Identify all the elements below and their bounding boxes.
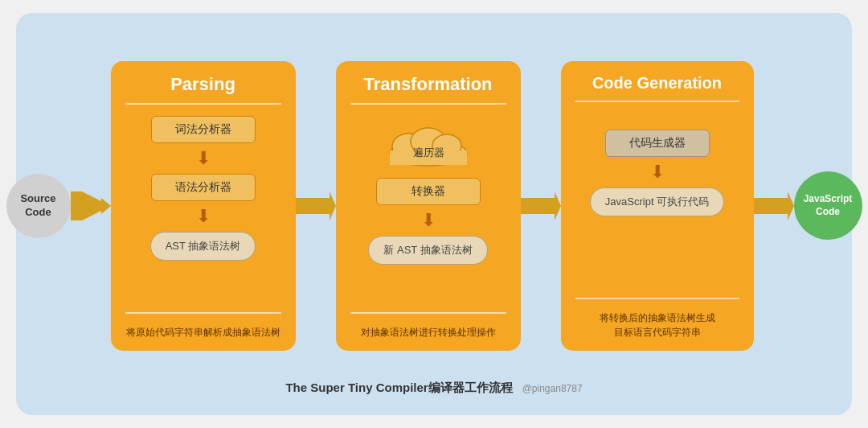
arrow-source-to-parsing bbox=[71, 191, 111, 220]
svg-marker-8 bbox=[521, 191, 561, 220]
transformation-panel: Transformation 遍历器 转换器 ⬇ 新 AST 抽象语法树 bbox=[336, 61, 521, 351]
outer-container: Source Code Parsing 词法分析器 ⬇ 语法分析器 bbox=[16, 13, 852, 415]
arrow-svg-2 bbox=[296, 191, 336, 220]
transformation-footer-divider bbox=[350, 312, 506, 314]
svg-marker-1 bbox=[296, 191, 336, 220]
diagram-row: Source Code Parsing 词法分析器 ⬇ 语法分析器 bbox=[40, 37, 828, 374]
footer-row: The Super Tiny Compiler编译器工作流程 @pingan87… bbox=[285, 381, 582, 399]
code-generator-box: 代码生成器 bbox=[605, 130, 710, 157]
arrow-parsing-to-transform bbox=[296, 191, 336, 220]
code-gen-footer: 将转换后的抽象语法树生成 目标语言代码字符串 bbox=[600, 311, 715, 340]
ast-box-1: AST 抽象语法树 bbox=[150, 232, 256, 261]
js-executable-box: JavaScript 可执行代码 bbox=[590, 187, 724, 216]
transformation-divider bbox=[350, 103, 506, 105]
footer-title: The Super Tiny Compiler编译器工作流程 bbox=[285, 381, 512, 396]
transformer-box: 转换器 bbox=[376, 178, 481, 205]
arrow-svg-3 bbox=[521, 191, 561, 220]
code-gen-content: 代码生成器 ⬇ JavaScript 可执行代码 bbox=[575, 113, 739, 290]
transformation-footer: 对抽象语法树进行转换处理操作 bbox=[361, 325, 496, 340]
down-arrow-4: ⬇ bbox=[650, 163, 665, 181]
lexical-analyzer-box: 词法分析器 bbox=[151, 116, 256, 143]
parsing-footer: 将原始代码字符串解析成抽象语法树 bbox=[126, 325, 280, 340]
source-code-node: Source Code bbox=[6, 174, 71, 238]
syntax-analyzer-box: 语法分析器 bbox=[151, 174, 256, 201]
arrow-svg bbox=[71, 191, 111, 220]
down-arrow-3: ⬇ bbox=[421, 212, 436, 229]
cloud-svg: 遍历器 bbox=[384, 122, 473, 167]
down-arrow-2: ⬇ bbox=[196, 208, 211, 225]
parsing-panel: Parsing 词法分析器 ⬇ 语法分析器 ⬇ AST 抽象语法树 将原始代码字… bbox=[111, 61, 296, 351]
svg-text:遍历器: 遍历器 bbox=[412, 146, 444, 158]
arrow-svg-4 bbox=[754, 191, 794, 220]
footer-sub: @pingan8787 bbox=[522, 383, 583, 394]
transformation-title: Transformation bbox=[363, 74, 492, 95]
new-ast-box: 新 AST 抽象语法树 bbox=[368, 236, 487, 265]
transformation-content: 遍历器 转换器 ⬇ 新 AST 抽象语法树 bbox=[350, 116, 506, 304]
arrow-transform-to-codegen bbox=[521, 191, 561, 220]
arrow-codegen-to-js bbox=[754, 191, 794, 220]
svg-marker-0 bbox=[101, 198, 111, 214]
code-generation-panel: Code Generation 代码生成器 ⬇ JavaScript 可执行代码… bbox=[561, 61, 754, 351]
source-code-label: Source Code bbox=[20, 192, 55, 220]
code-generation-title: Code Generation bbox=[592, 74, 722, 93]
svg-marker-9 bbox=[754, 191, 794, 220]
parsing-divider bbox=[125, 103, 281, 105]
parsing-title: Parsing bbox=[170, 74, 235, 95]
down-arrow-1: ⬇ bbox=[196, 150, 211, 167]
parsing-footer-divider bbox=[125, 312, 281, 314]
code-gen-footer-divider bbox=[575, 298, 739, 299]
js-code-label: JavaScript Code bbox=[804, 193, 853, 218]
parsing-content: 词法分析器 ⬇ 语法分析器 ⬇ AST 抽象语法树 bbox=[125, 116, 281, 304]
code-gen-divider bbox=[575, 101, 739, 102]
js-code-node: JavaScript Code bbox=[794, 171, 862, 240]
